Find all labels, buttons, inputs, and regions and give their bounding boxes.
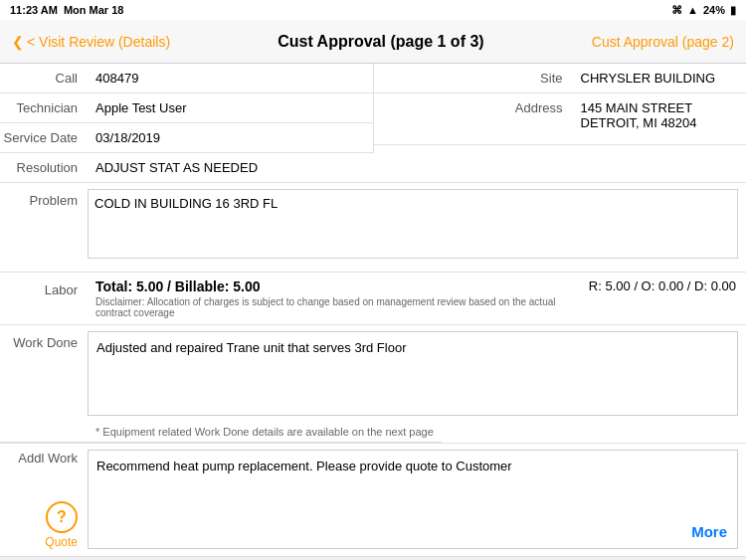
top-info-section: Call 408479 Technician Apple Test User S…: [0, 64, 746, 153]
address-value: 145 MAIN STREET DETROIT, MI 48204: [573, 93, 747, 137]
main-content: Call 408479 Technician Apple Test User S…: [0, 64, 746, 557]
quote-icon[interactable]: ?: [46, 501, 78, 533]
date: Mon Mar 18: [64, 4, 124, 16]
address-line1: 145 MAIN STREET: [581, 100, 739, 115]
left-col: Call 408479 Technician Apple Test User S…: [0, 64, 374, 153]
resolution-row: Resolution ADJUST STAT AS NEEDED: [0, 153, 746, 183]
address-row: Address 145 MAIN STREET DETROIT, MI 4820…: [374, 93, 747, 145]
more-button[interactable]: More: [691, 523, 727, 540]
labor-disclaimer: Disclaimer: Allocation of charges is sub…: [95, 296, 589, 318]
labor-main: Total: 5.00 / Billable: 5.00 Disclaimer:…: [88, 279, 589, 318]
nav-bar: ❮ < Visit Review (Details) Cust Approval…: [0, 20, 746, 64]
addl-work-row: Addl Work ? Quote Recommend heat pump re…: [0, 444, 746, 557]
labor-right-values: R: 5.00 / O: 0.00 / D: 0.00: [589, 279, 746, 293]
labor-label: Labor: [0, 279, 88, 304]
address-line2: DETROIT, MI 48204: [581, 115, 739, 130]
time: 11:23 AM: [10, 4, 58, 16]
work-done-label: Work Done: [0, 325, 88, 357]
resolution-value: ADJUST STAT AS NEEDED: [88, 153, 746, 182]
site-value: CHRYSLER BUILDING: [573, 64, 747, 93]
addl-work-content: Recommend heat pump replacement. Please …: [88, 444, 746, 555]
wifi-icon: ⌘: [671, 4, 682, 17]
tech-row: Technician Apple Test User: [0, 93, 373, 123]
problem-value[interactable]: COLD IN BUILDING 16 3RD FL: [88, 189, 738, 259]
labor-total: Total: 5.00 / Billable: 5.00: [95, 279, 589, 294]
next-page-button[interactable]: Cust Approval (page 2): [592, 34, 734, 50]
call-value: 408479: [88, 64, 373, 93]
site-row: Site CHRYSLER BUILDING: [374, 64, 747, 93]
call-row: Call 408479: [0, 64, 373, 93]
addl-work-label: Addl Work: [18, 451, 78, 466]
page-title: Cust Approval (page 1 of 3): [278, 33, 483, 51]
service-date-value: 03/18/2019: [88, 123, 373, 152]
quote-label: Quote: [45, 535, 78, 549]
labor-inner: Labor Total: 5.00 / Billable: 5.00 Discl…: [0, 279, 746, 318]
back-button[interactable]: ❮ < Visit Review (Details): [12, 34, 170, 50]
site-label: Site: [374, 64, 573, 93]
addl-work-box[interactable]: Recommend heat pump replacement. Please …: [88, 450, 738, 549]
work-done-value[interactable]: Adjusted and repaired Trane unit that se…: [88, 331, 738, 416]
resolution-label: Resolution: [0, 153, 88, 182]
labor-row: Labor Total: 5.00 / Billable: 5.00 Discl…: [0, 273, 746, 325]
work-done-row: Work Done Adjusted and repaired Trane un…: [0, 325, 746, 444]
problem-row: Problem COLD IN BUILDING 16 3RD FL: [0, 183, 746, 273]
battery-icon: ▮: [730, 4, 736, 17]
signal-icon: ▲: [687, 4, 698, 16]
addl-work-value: Recommend heat pump replacement. Please …: [96, 459, 512, 473]
battery-percent: 24%: [703, 4, 725, 16]
right-col: Site CHRYSLER BUILDING Address 145 MAIN …: [374, 64, 747, 153]
call-label: Call: [0, 64, 88, 93]
addl-work-label-col: Addl Work ? Quote: [0, 444, 88, 556]
service-date-label: Service Date: [0, 123, 88, 152]
tech-value: Apple Test User: [88, 93, 373, 122]
work-done-note: * Equipment related Work Done details ar…: [0, 422, 442, 443]
back-label[interactable]: < Visit Review (Details): [27, 34, 170, 50]
service-date-row: Service Date 03/18/2019: [0, 123, 373, 153]
tech-label: Technician: [0, 93, 88, 122]
status-bar-left: 11:23 AM Mon Mar 18: [10, 4, 123, 16]
problem-label: Problem: [0, 183, 88, 215]
quote-section: ? Quote: [45, 501, 78, 549]
back-chevron-icon: ❮: [12, 34, 24, 50]
status-bar: 11:23 AM Mon Mar 18 ⌘ ▲ 24% ▮: [0, 0, 746, 20]
address-label: Address: [374, 93, 573, 122]
status-bar-right: ⌘ ▲ 24% ▮: [671, 4, 736, 17]
